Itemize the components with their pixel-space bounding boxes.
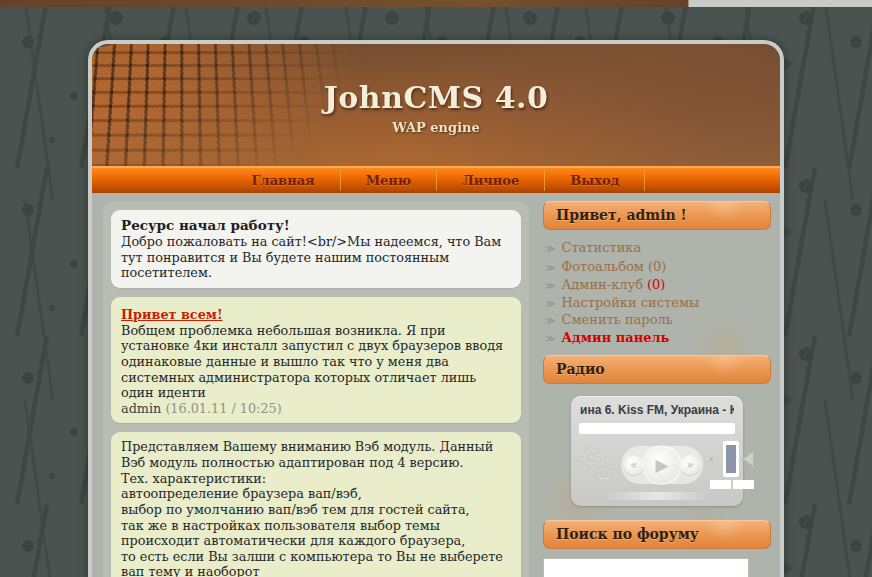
nav-item-home[interactable]: Главная (227, 170, 341, 191)
speaker-loud-icon[interactable] (742, 452, 754, 467)
sidebar-item-change-password[interactable]: ≫ Сменить пароль (545, 312, 769, 330)
news-line: Тех. характеристики: (121, 471, 511, 487)
radio-header: Радио (543, 355, 771, 384)
header-banner: JohnCMS 4.0 WAP engine (92, 44, 780, 166)
volume-tallies (710, 480, 754, 489)
double-arrow-icon: ≫ (545, 313, 555, 330)
user-menu: ≫ Статистика ≫ Фотоальбом(0) ≫ Админ-клу… (543, 239, 771, 355)
nav-item-menu[interactable]: Меню (341, 170, 438, 191)
player-watermark (605, 492, 709, 500)
news-line: так же в настройках пользователя выбор т… (121, 518, 511, 549)
sidebar-item-statistics[interactable]: ≫ Статистика (545, 240, 769, 258)
volume-slider[interactable] (723, 441, 739, 477)
volume-section (710, 441, 754, 489)
radio-settings: ⚙ ⚙ (579, 442, 621, 488)
page-background: JohnCMS 4.0 WAP engine Главная Меню Личн… (0, 0, 872, 577)
site-subtitle: WAP engine (92, 120, 780, 135)
welcome-title: Ресурс начал работу! (121, 217, 511, 233)
photoalbum-count: (0) (648, 259, 666, 274)
site-container: JohnCMS 4.0 WAP engine Главная Меню Личн… (88, 40, 784, 577)
news-box: Представляем Вашему вниманию Вэб модуль.… (111, 432, 521, 577)
radio-track-marquee: ина 6. Kiss FM, Украина - К (580, 403, 734, 417)
welcome-body: Добро пожаловать на сайт!<br/>Мы надеемс… (121, 234, 511, 281)
post-body: Вобщем проблемка небольшая возникла. Я п… (121, 323, 511, 401)
double-arrow-icon: ≫ (545, 278, 555, 295)
site-title: JohnCMS 4.0 (92, 80, 780, 115)
play-button[interactable]: ▶ (645, 448, 679, 482)
sidebar: Привет, admin ! ≫ Статистика ≫ Фотоальбо… (543, 201, 771, 577)
post-topic-link[interactable]: Привет всем! (121, 307, 223, 322)
admin-club-count: (0) (647, 277, 665, 292)
radio-seekbar[interactable] (579, 423, 735, 434)
speaker-quiet-icon[interactable] (710, 453, 720, 465)
double-arrow-icon: ≫ (545, 241, 555, 258)
forward-button[interactable]: » (680, 455, 700, 475)
main-nav: Главная Меню Личное Выход (92, 166, 780, 193)
post-author: admin (121, 401, 161, 416)
volume-level (726, 445, 736, 473)
sidebar-item-admin-panel[interactable]: ≫ Админ панель (545, 330, 769, 348)
radio-controls: ⚙ ⚙ « ▶ » (579, 441, 735, 489)
playlist-gear-icon[interactable]: ⚙ (595, 464, 613, 484)
forum-search-header: Поиск по форуму (543, 520, 771, 549)
sidebar-item-photoalbum[interactable]: ≫ Фотоальбом(0) (545, 258, 769, 277)
rewind-button[interactable]: « (624, 455, 644, 475)
search-input[interactable] (543, 558, 749, 577)
content-area: Ресурс начал работу! Добро пожаловать на… (92, 193, 780, 577)
double-arrow-icon: ≫ (545, 331, 555, 348)
nav-item-logout[interactable]: Выход (545, 170, 645, 191)
double-arrow-icon: ≫ (545, 296, 555, 313)
post-timestamp: (16.01.11 / 10:25) (165, 401, 281, 416)
main-column-panel: Ресурс начал работу! Добро пожаловать на… (103, 201, 529, 577)
sidebar-item-admin-club[interactable]: ≫ Админ-клуб(0) (545, 276, 769, 295)
news-line: то есть если Вы залши с компьютера то Вы… (121, 549, 511, 577)
greeting-header: Привет, admin ! (543, 201, 771, 230)
post-meta: admin (16.01.11 / 10:25) (121, 401, 511, 417)
news-line: выбор по умолчанию вап/вэб тем для госте… (121, 502, 511, 518)
news-line: Представляем Вашему вниманию Вэб модуль.… (121, 439, 511, 470)
news-line: автоопределение браузера вап/вэб, (121, 486, 511, 502)
radio-player-widget: ина 6. Kiss FM, Украина - К ⚙ ⚙ « ▶ » (571, 396, 743, 506)
welcome-box: Ресурс начал работу! Добро пожаловать на… (111, 210, 521, 288)
transport-cluster: « ▶ » (621, 446, 703, 484)
sidebar-item-system-settings[interactable]: ≫ Настройки системы (545, 295, 769, 313)
double-arrow-icon: ≫ (545, 260, 555, 277)
nav-item-personal[interactable]: Личное (437, 170, 545, 191)
top-edge-strip (0, 0, 872, 7)
forum-post-box: Привет всем! Вобщем проблемка небольшая … (111, 297, 521, 424)
